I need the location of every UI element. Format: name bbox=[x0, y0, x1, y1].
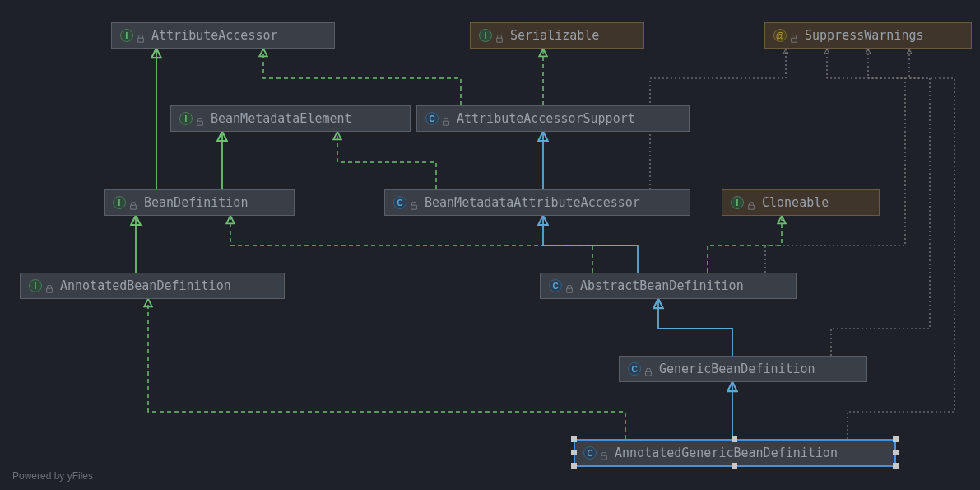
interface-icon: I bbox=[29, 279, 42, 292]
selection-handle[interactable] bbox=[571, 450, 577, 455]
interface-icon: I bbox=[179, 112, 193, 125]
lock-icon bbox=[747, 198, 755, 207]
selection-handle[interactable] bbox=[732, 436, 737, 442]
node-label: BeanMetadataElement bbox=[211, 111, 352, 126]
node-attributeAccessor[interactable]: IAttributeAccessor bbox=[111, 22, 335, 49]
node-suppressWarnings[interactable]: @SuppressWarnings bbox=[764, 22, 972, 49]
selection-handle[interactable] bbox=[893, 436, 899, 442]
interface-icon: I bbox=[120, 29, 133, 42]
lock-icon bbox=[137, 31, 145, 40]
node-beanMetadataElement[interactable]: IBeanMetadataElement bbox=[170, 105, 411, 132]
selection-handle[interactable] bbox=[893, 463, 899, 469]
lock-icon bbox=[600, 449, 608, 457]
node-label: Cloneable bbox=[762, 195, 829, 210]
node-label: AbstractBeanDefinition bbox=[580, 278, 744, 293]
selection-handle[interactable] bbox=[571, 463, 577, 469]
selection-handle[interactable] bbox=[893, 450, 899, 455]
interface-icon: I bbox=[731, 196, 744, 209]
class-icon: C bbox=[393, 196, 406, 209]
node-beanMetadataAttributeAccessor[interactable]: CBeanMetadataAttributeAccessor bbox=[384, 189, 690, 216]
annotation-icon: @ bbox=[773, 29, 787, 42]
node-label: AnnotatedBeanDefinition bbox=[60, 278, 231, 293]
node-label: Serializable bbox=[510, 28, 599, 43]
node-cloneable[interactable]: ICloneable bbox=[722, 189, 880, 216]
node-genericBeanDefinition[interactable]: CGenericBeanDefinition bbox=[619, 356, 867, 382]
node-label: AttributeAccessorSupport bbox=[457, 111, 635, 126]
footer-credit: Powered by yFiles bbox=[12, 470, 93, 482]
interface-icon: I bbox=[479, 29, 492, 42]
node-abstractBeanDefinition[interactable]: CAbstractBeanDefinition bbox=[540, 273, 797, 299]
interface-icon: I bbox=[113, 196, 126, 209]
class-abstract-icon: C bbox=[425, 112, 439, 125]
lock-icon bbox=[495, 31, 504, 40]
lock-icon bbox=[410, 198, 418, 207]
node-beanDefinition[interactable]: IBeanDefinition bbox=[104, 189, 295, 216]
selection-handle[interactable] bbox=[732, 463, 737, 469]
node-label: AnnotatedGenericBeanDefinition bbox=[615, 446, 838, 460]
node-serializable[interactable]: ISerializable bbox=[470, 22, 644, 49]
lock-icon bbox=[790, 31, 798, 40]
lock-icon bbox=[196, 114, 204, 123]
selection-handle[interactable] bbox=[571, 436, 577, 442]
lock-icon bbox=[442, 114, 450, 123]
node-label: BeanDefinition bbox=[144, 195, 248, 210]
class-abstract-icon: C bbox=[549, 279, 562, 292]
node-label: AttributeAccessor bbox=[151, 28, 278, 43]
node-attributeAccessorSupport[interactable]: CAttributeAccessorSupport bbox=[416, 105, 690, 132]
node-annotatedBeanDefinition[interactable]: IAnnotatedBeanDefinition bbox=[20, 273, 285, 299]
lock-icon bbox=[644, 365, 653, 373]
lock-icon bbox=[129, 198, 137, 207]
class-icon: C bbox=[628, 362, 641, 376]
lock-icon bbox=[45, 282, 53, 290]
node-label: GenericBeanDefinition bbox=[659, 362, 815, 376]
node-label: BeanMetadataAttributeAccessor bbox=[425, 195, 640, 210]
lock-icon bbox=[565, 282, 574, 290]
node-label: SuppressWarnings bbox=[805, 28, 924, 43]
class-icon: C bbox=[583, 446, 597, 460]
diagram-edges bbox=[0, 0, 980, 490]
